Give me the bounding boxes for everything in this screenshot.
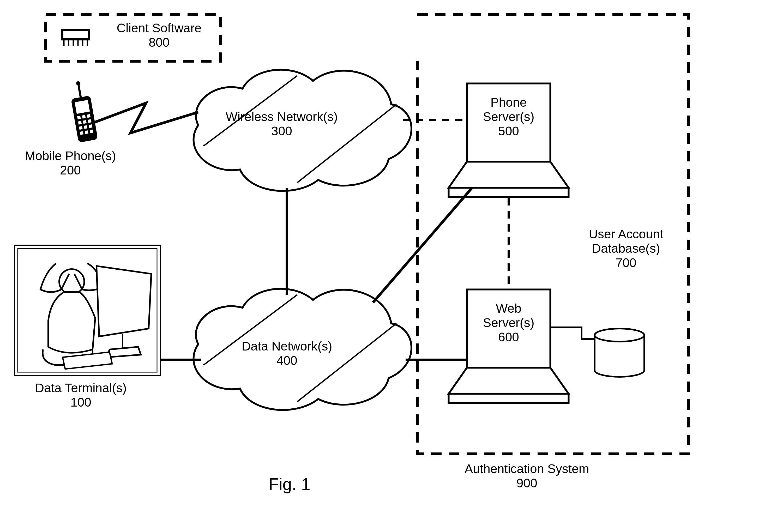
user-db-ref: 700 bbox=[616, 256, 636, 270]
svg-rect-20 bbox=[83, 120, 87, 124]
figure-label-text: Fig. 1 bbox=[269, 475, 310, 494]
data-terminal-label: Data Terminal(s) 100 bbox=[26, 381, 136, 409]
diagram-canvas: Client Software 800 Mobile Phone(s) 200 … bbox=[0, 0, 771, 532]
web-server-title: Web bbox=[496, 301, 521, 315]
svg-rect-27 bbox=[90, 130, 93, 133]
mobile-phone-label: Mobile Phone(s) 200 bbox=[18, 149, 123, 177]
svg-rect-35 bbox=[449, 394, 569, 403]
svg-rect-23 bbox=[84, 125, 88, 129]
svg-rect-13 bbox=[75, 100, 90, 114]
svg-point-15 bbox=[76, 81, 81, 86]
link-phone-to-wireless bbox=[94, 103, 198, 133]
web-server-ref: 600 bbox=[498, 330, 519, 344]
figure-label: Fig. 1 bbox=[250, 475, 329, 494]
mobile-phone-icon bbox=[68, 80, 98, 142]
svg-rect-18 bbox=[87, 114, 91, 118]
web-server-label: Web Server(s) 600 bbox=[469, 301, 548, 344]
wireless-network-title: Wireless Network(s) bbox=[226, 110, 338, 124]
svg-point-37 bbox=[595, 329, 644, 342]
auth-system-label: Authentication System 900 bbox=[449, 462, 605, 490]
wireless-network-ref: 300 bbox=[271, 124, 292, 138]
svg-rect-19 bbox=[78, 121, 82, 125]
database-icon bbox=[595, 329, 644, 377]
wireless-network-label: Wireless Network(s) 300 bbox=[216, 110, 347, 138]
svg-rect-1 bbox=[63, 31, 88, 38]
svg-line-14 bbox=[79, 84, 81, 97]
svg-rect-21 bbox=[88, 119, 92, 123]
web-server-subtitle: Server(s) bbox=[483, 316, 534, 330]
data-terminal-icon bbox=[14, 245, 160, 376]
phone-server-label: Phone Server(s) 500 bbox=[469, 95, 548, 138]
svg-rect-24 bbox=[89, 124, 92, 128]
data-terminal-ref: 100 bbox=[70, 395, 91, 409]
svg-point-30 bbox=[59, 269, 84, 294]
client-software-label: Client Software 800 bbox=[104, 21, 214, 50]
svg-rect-26 bbox=[85, 130, 88, 134]
auth-system-ref: 900 bbox=[516, 476, 537, 490]
phone-server-subtitle: Server(s) bbox=[483, 110, 534, 124]
chip-icon bbox=[61, 29, 90, 46]
phone-server-ref: 500 bbox=[498, 124, 519, 138]
data-network-ref: 400 bbox=[276, 354, 297, 367]
svg-rect-25 bbox=[80, 131, 83, 135]
mobile-phone-title: Mobile Phone(s) bbox=[25, 149, 116, 163]
data-terminal-title: Data Terminal(s) bbox=[35, 381, 127, 395]
client-software-title: Client Software bbox=[117, 21, 201, 35]
phone-server-title: Phone bbox=[491, 95, 527, 109]
mobile-phone-ref: 200 bbox=[60, 163, 81, 177]
svg-rect-16 bbox=[77, 116, 81, 119]
auth-system-title: Authentication System bbox=[465, 462, 589, 476]
link-webserver-to-db bbox=[550, 327, 595, 339]
data-network-label: Data Network(s) 400 bbox=[222, 339, 352, 368]
svg-rect-17 bbox=[82, 115, 86, 119]
user-db-title: User Account bbox=[589, 227, 663, 241]
user-db-label: User Account Database(s) 700 bbox=[574, 227, 678, 270]
data-network-title: Data Network(s) bbox=[242, 339, 332, 353]
client-software-ref: 800 bbox=[149, 35, 170, 49]
user-db-subtitle: Database(s) bbox=[592, 241, 660, 255]
svg-rect-22 bbox=[79, 126, 83, 130]
link-datanet-to-phoneserver bbox=[373, 188, 472, 303]
